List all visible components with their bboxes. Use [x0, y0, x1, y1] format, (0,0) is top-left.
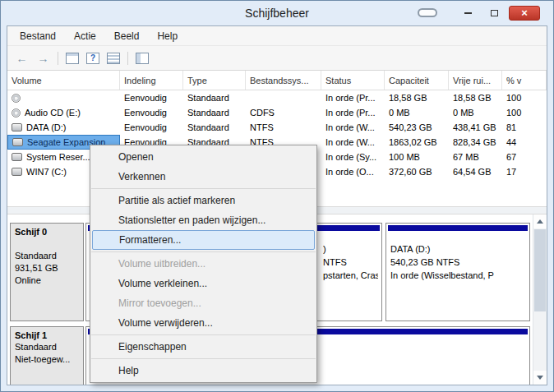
- disk-name: Schijf 0: [15, 227, 83, 237]
- toolbar-separator: [58, 52, 58, 65]
- cell-vrije-ruimte: 64,54 GB: [449, 164, 502, 179]
- drive-icon: [12, 168, 22, 176]
- cell-vrije-ruimte: 438,41 GB: [449, 120, 502, 135]
- cell-capaciteit: 540,23 GB: [385, 120, 449, 135]
- details-view-icon[interactable]: [107, 53, 120, 64]
- partition-size: NTFS: [323, 256, 378, 269]
- column-header-status[interactable]: Status: [321, 71, 385, 90]
- cell-type: Standaard: [183, 120, 246, 135]
- menu-separator: [91, 334, 316, 335]
- column-header-percent-vrij[interactable]: % v: [502, 71, 547, 90]
- disk-layout: Standaard: [15, 250, 83, 262]
- cell-percent-vrij: 100: [502, 90, 547, 105]
- titlebar[interactable]: Schijfbeheer ×: [1, 1, 553, 25]
- close-icon: ×: [521, 7, 528, 20]
- scrollbar-thumb[interactable]: [534, 229, 546, 311]
- drive-icon: [12, 153, 22, 161]
- context-menu: Openen Verkennen Partitie als actief mar…: [90, 145, 317, 383]
- column-header-volume[interactable]: Volume: [7, 71, 120, 90]
- cell-percent-vrij: 44: [502, 135, 547, 150]
- partition-label: DATA (D:): [390, 242, 526, 256]
- disk-layout: Standaard: [15, 341, 83, 353]
- list-view-icon[interactable]: [66, 53, 79, 64]
- cell-vrije-ruimte: 67 MB: [449, 150, 502, 164]
- table-row[interactable]: Audio CD (E:) Eenvoudig Standaard CDFS I…: [7, 105, 547, 120]
- cell-percent-vrij: 17: [502, 164, 547, 179]
- column-header-capaciteit[interactable]: Capaciteit: [385, 71, 449, 90]
- menu-item-openen[interactable]: Openen: [90, 147, 316, 167]
- column-header-indeling[interactable]: Indeling: [120, 71, 183, 90]
- menu-item-stationsletter[interactable]: Stationsletter en paden wijzigen...: [90, 210, 316, 230]
- disk-name: Schijf 1: [15, 330, 83, 340]
- back-icon[interactable]: ←: [15, 52, 29, 65]
- help-icon[interactable]: ?: [86, 53, 99, 64]
- scroll-up-button[interactable]: [533, 214, 547, 228]
- cell-status: In orde (O...: [321, 164, 385, 179]
- cell-percent-vrij: 67: [502, 150, 547, 164]
- partition-type-stripe: [388, 225, 528, 231]
- column-header-vrije-ruimte[interactable]: Vrije rui...: [449, 71, 502, 90]
- menu-item-eigenschappen[interactable]: Eigenschappen: [90, 337, 316, 357]
- cell-capaciteit: 372,60 GB: [385, 164, 449, 179]
- forward-icon[interactable]: →: [36, 52, 50, 65]
- cell-capaciteit: 18,58 GB: [385, 90, 449, 105]
- volume-cell: DATA (D:): [7, 120, 120, 135]
- cell-status: In orde (W...: [321, 120, 385, 135]
- disk-management-window: Schijfbeheer × Bestand Actie Beeld Help …: [0, 0, 554, 392]
- column-header-type[interactable]: Type: [183, 71, 246, 90]
- menu-beeld[interactable]: Beeld: [105, 28, 149, 44]
- cell-vrije-ruimte: 828,34 GB: [449, 135, 502, 150]
- maximize-icon: [491, 10, 498, 16]
- volume-name: WIN7 (C:): [26, 167, 67, 177]
- cell-vrije-ruimte: 0 MB: [449, 105, 502, 120]
- menu-item-help[interactable]: Help: [90, 361, 316, 380]
- volume-cell: [7, 90, 120, 105]
- titlebar-pill-button[interactable]: [418, 8, 437, 17]
- column-header-bestandssysteem[interactable]: Bestandssys...: [246, 71, 321, 90]
- menu-bar: Bestand Actie Beeld Help: [7, 26, 547, 46]
- menu-item-formatteren[interactable]: Formatteren...: [92, 230, 315, 250]
- partition-status: In orde (Wisselbestand, P: [390, 269, 526, 282]
- cell-bestandssysteem: NTFS: [246, 120, 321, 135]
- table-row[interactable]: Eenvoudig Standaard In orde (Pr... 18,58…: [7, 90, 547, 105]
- menu-actie[interactable]: Actie: [65, 28, 105, 44]
- volume-name: DATA (D:): [26, 122, 66, 132]
- cell-capaciteit: 1863,02 GB: [385, 135, 449, 150]
- table-row[interactable]: DATA (D:) Eenvoudig Standaard NTFS In or…: [7, 120, 547, 135]
- menu-help[interactable]: Help: [148, 28, 187, 44]
- cell-capaciteit: 0 MB: [385, 105, 449, 120]
- menu-item-volume-verwijderen[interactable]: Volume verwijderen...: [90, 313, 316, 333]
- minimize-icon: [464, 12, 472, 14]
- minimize-button[interactable]: [458, 6, 478, 21]
- menu-bestand[interactable]: Bestand: [11, 28, 65, 44]
- toolbar: ← → ?: [7, 46, 547, 71]
- toolbar-separator: [127, 52, 128, 65]
- volume-name: Audio CD (E:): [25, 108, 81, 118]
- scroll-down-button[interactable]: [533, 371, 547, 385]
- column-headers: Volume Indeling Type Bestandssys... Stat…: [7, 71, 547, 90]
- cell-bestandssysteem: CDFS: [246, 105, 321, 120]
- cell-bestandssysteem: [246, 90, 321, 105]
- vertical-scrollbar[interactable]: [533, 214, 547, 385]
- drive-icon: [12, 138, 23, 146]
- disk-info-block[interactable]: Schijf 0 Standaard 931,51 GB Online: [10, 223, 84, 321]
- disk-info-block[interactable]: Schijf 1 Standaard Niet-toegew...: [10, 326, 84, 385]
- menu-separator: [91, 358, 316, 359]
- cell-indeling: Eenvoudig: [120, 120, 183, 135]
- cell-indeling: Eenvoudig: [120, 90, 183, 105]
- volume-cell: Audio CD (E:): [7, 105, 120, 120]
- disk-size: 931,51 GB: [15, 262, 83, 274]
- menu-item-partitie-actief[interactable]: Partitie als actief markeren: [90, 191, 316, 210]
- console-icon[interactable]: [136, 53, 149, 64]
- volume-name: System Reser...: [26, 152, 90, 162]
- maximize-button[interactable]: [484, 6, 504, 21]
- disk-size: Niet-toegew...: [15, 353, 83, 366]
- menu-item-verkennen[interactable]: Verkennen: [90, 167, 316, 187]
- disk-status: Online: [15, 274, 83, 287]
- menu-item-volume-verkleinen[interactable]: Volume verkleinen...: [90, 274, 316, 293]
- cell-status: In orde (Pr...: [321, 105, 385, 120]
- close-button[interactable]: ×: [509, 6, 540, 21]
- cell-status: In orde (W...: [321, 135, 385, 150]
- arrow-up-icon: [537, 219, 543, 224]
- partition[interactable]: DATA (D:) 540,23 GB NTFS In orde (Wissel…: [385, 223, 530, 321]
